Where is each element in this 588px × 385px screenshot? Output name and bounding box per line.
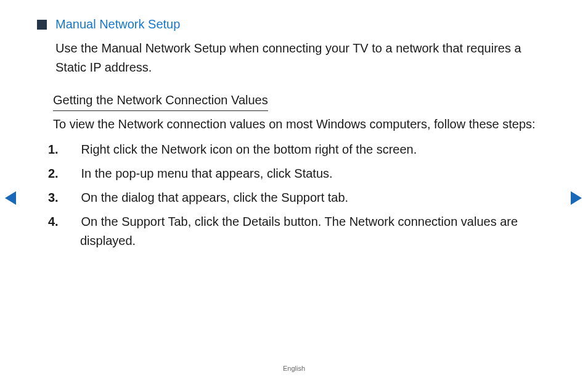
prev-page-arrow-icon[interactable] bbox=[5, 191, 16, 205]
list-item: 3. On the dialog that appears, click the… bbox=[64, 188, 545, 207]
list-item: 1. Right click the Network icon on the b… bbox=[64, 140, 545, 159]
section-body: Use the Manual Network Setup when connec… bbox=[55, 39, 545, 77]
section-title: Manual Network Setup bbox=[55, 15, 180, 34]
list-item: 4. On the Support Tab, click the Details… bbox=[64, 212, 545, 250]
step-number: 3. bbox=[64, 188, 78, 207]
subsection: Getting the Network Connection Values To… bbox=[55, 91, 545, 250]
square-bullet-icon bbox=[37, 20, 47, 30]
step-number: 2. bbox=[64, 164, 78, 183]
svg-marker-0 bbox=[5, 191, 16, 205]
sub-body: To view the Network connection values on… bbox=[53, 115, 545, 134]
step-text: Right click the Network icon on the bott… bbox=[81, 143, 417, 156]
step-number: 1. bbox=[64, 140, 78, 159]
svg-marker-1 bbox=[571, 191, 582, 205]
list-item: 2. In the pop-up menu that appears, clic… bbox=[64, 164, 545, 183]
step-number: 4. bbox=[64, 212, 78, 231]
subheading: Getting the Network Connection Values bbox=[53, 91, 268, 111]
page-content: Manual Network Setup Use the Manual Netw… bbox=[0, 0, 588, 250]
section-title-row: Manual Network Setup bbox=[37, 15, 545, 34]
step-text: On the dialog that appears, click the Su… bbox=[81, 191, 349, 204]
next-page-arrow-icon[interactable] bbox=[571, 191, 582, 205]
steps-list: 1. Right click the Network icon on the b… bbox=[64, 140, 545, 250]
footer-language: English bbox=[0, 363, 588, 374]
step-text: On the Support Tab, click the Details bu… bbox=[80, 215, 518, 247]
step-text: In the pop-up menu that appears, click S… bbox=[81, 167, 333, 180]
